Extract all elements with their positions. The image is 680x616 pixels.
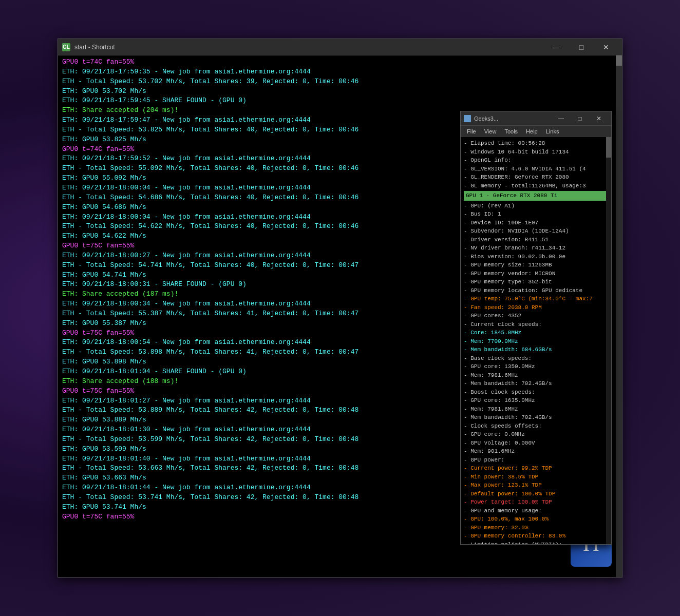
maximize-button[interactable]: □ bbox=[570, 39, 593, 55]
terminal-scrollbar[interactable] bbox=[616, 55, 622, 577]
menu-help[interactable]: Help bbox=[522, 128, 542, 134]
geeks-line: - GL_RENDERER: GeForce RTX 2080 bbox=[464, 173, 608, 182]
geeks-line: - Current clock speeds: bbox=[464, 320, 608, 329]
geeks-line: - Max power: 123.1% TDP bbox=[464, 481, 608, 490]
geeks-titlebar: Geeks3... — □ ✕ bbox=[461, 111, 611, 126]
geeks-line: - GPU power: bbox=[464, 456, 608, 465]
geeks-icon bbox=[464, 115, 471, 122]
geeks-line: - GL_VERSION: 4.6.0 NVIDIA 411.51 (4 bbox=[464, 165, 608, 174]
geeks-line: - GPU cores: 4352 bbox=[464, 312, 608, 320]
geeks-line: - Subvendor: NVIDIA (10DE-12A4) bbox=[464, 227, 608, 236]
geeks-menubar: File View Tools Help Links bbox=[461, 126, 611, 137]
geeks-maximize-button[interactable]: □ bbox=[571, 111, 589, 126]
geeks-line: - Mem bandwidth: 702.4GB/s bbox=[464, 413, 608, 422]
geeks-body: - Elapsed time: 00:56:28- Windows 10 64-… bbox=[461, 137, 611, 544]
geeks-line: - GPU temp: 75.0°C (min:34.0°C - max:7 bbox=[464, 295, 608, 303]
geeks-line: - Bus ID: 1 bbox=[464, 210, 608, 219]
terminal-line: ETH - Total Speed: 53.702 Mh/s, Total Sh… bbox=[62, 77, 618, 87]
geeks-line: - Boost clock speeds: bbox=[464, 388, 608, 397]
close-button[interactable]: ✕ bbox=[594, 39, 618, 55]
geeks-line: - GPU memory type: 352-bit bbox=[464, 278, 608, 286]
geeks-scroll-thumb[interactable] bbox=[606, 137, 611, 158]
geeks-line: - Mem: 901.6MHz bbox=[464, 447, 608, 456]
window-title: start - Shortcut bbox=[74, 44, 545, 51]
geeks-line: - GPU memory size: 11263MB bbox=[464, 261, 608, 270]
geeks-line: - Min power: 38.5% TDP bbox=[464, 473, 608, 482]
geeks-line: - GPU memory location: GPU dedicate bbox=[464, 286, 608, 295]
geeks-line: - Mem: 7981.6MHz bbox=[464, 405, 608, 414]
geeks-content-lines: - Elapsed time: 00:56:28- Windows 10 64-… bbox=[464, 139, 608, 544]
geeks-line: - Current power: 99.2% TDP bbox=[464, 464, 608, 473]
geeks-close-button[interactable]: ✕ bbox=[590, 111, 608, 126]
geeks-minimize-button[interactable]: — bbox=[552, 111, 570, 126]
terminal-line: ETH: 09/21/18-17:59:35 - New job from as… bbox=[62, 67, 618, 77]
geeks-line: - Power target: 100.0% TDP bbox=[464, 498, 608, 507]
geeks-line: - Fan speed: 2038.0 RPM bbox=[464, 303, 608, 312]
geeks-line: - Driver version: R411.51 bbox=[464, 236, 608, 244]
scrollbar-thumb[interactable] bbox=[616, 55, 622, 66]
geeks-line: - GPU: (rev A1) bbox=[464, 202, 608, 210]
geeks-line: - Mem bandwidth: 702.4GB/s bbox=[464, 379, 608, 388]
geeks-line: - GPU and memory usage: bbox=[464, 507, 608, 515]
geeks-line: - Mem: 7981.6MHz bbox=[464, 371, 608, 380]
geeks-scrollbar[interactable] bbox=[606, 137, 611, 544]
geeks-line: - Base clock speeds: bbox=[464, 354, 608, 363]
geeks-line: - Clock speeds offsets: bbox=[464, 422, 608, 431]
menu-tools[interactable]: Tools bbox=[500, 128, 522, 134]
geeks-line: - Windows 10 64-bit build 17134 bbox=[464, 148, 608, 157]
geeks-window: Geeks3... — □ ✕ File View Tools Help Lin… bbox=[460, 111, 612, 545]
geeks-line: - GPU core: 0.0MHz bbox=[464, 430, 608, 439]
terminal-line: ETH: 09/21/18-17:59:45 - SHARE FOUND - (… bbox=[62, 96, 618, 106]
geeks-line: - GPU core: 1635.0MHz bbox=[464, 396, 608, 405]
geeks-line: - Mem: 7700.0MHz bbox=[464, 337, 608, 346]
menu-links[interactable]: Links bbox=[542, 128, 563, 134]
geeks-line: - Device ID: 10DE-1E07 bbox=[464, 219, 608, 227]
geeks-title: Geeks3... bbox=[474, 116, 552, 122]
geeks-controls: — □ ✕ bbox=[552, 111, 608, 126]
geeks-line: - NV driver branch: r411_34-12 bbox=[464, 244, 608, 253]
geeks-line: - GPU memory controller: 83.0% bbox=[464, 532, 608, 541]
main-window: GL start - Shortcut — □ ✕ GPU0 t=74C fan… bbox=[58, 38, 622, 578]
geeks-line: - Bios version: 90.02.0b.00.0e bbox=[464, 253, 608, 261]
geeks-line: - GPU memory: 32.0% bbox=[464, 524, 608, 532]
terminal-line: GPU0 t=74C fan=55% bbox=[62, 57, 618, 67]
terminal-line: ETH: GPU0 53.702 Mh/s bbox=[62, 87, 618, 97]
geeks-line: - Mem bandwidth: 684.6GB/s bbox=[464, 345, 608, 354]
window-icon: GL bbox=[62, 43, 70, 51]
geeks-line: - Default power: 100.0% TDP bbox=[464, 490, 608, 498]
window-controls: — □ ✕ bbox=[545, 39, 618, 55]
gpu-header-line: GPU 1 - GeForce RTX 2080 Ti bbox=[464, 191, 608, 201]
geeks-line: - Core: 1845.0MHz bbox=[464, 329, 608, 337]
geeks-line: - OpenGL info: bbox=[464, 156, 608, 165]
title-bar: GL start - Shortcut — □ ✕ bbox=[58, 39, 622, 55]
menu-view[interactable]: View bbox=[480, 128, 501, 134]
geeks-line: - Limiting policies (NVIDIA): bbox=[464, 541, 608, 545]
geeks-line: - GL memory - total:11264MB, usage:3 bbox=[464, 182, 608, 190]
geeks-line: - GPU memory vendor: MICRON bbox=[464, 270, 608, 278]
geeks-line: - Elapsed time: 00:56:28 bbox=[464, 139, 608, 148]
minimize-button[interactable]: — bbox=[545, 39, 569, 55]
geeks-line: - GPU: 100.0%, max 100.0% bbox=[464, 515, 608, 524]
geeks-line: - GPU core: 1350.0MHz bbox=[464, 362, 608, 371]
geeks-line: - GPU voltage: 0.000V bbox=[464, 439, 608, 448]
menu-file[interactable]: File bbox=[463, 128, 480, 134]
